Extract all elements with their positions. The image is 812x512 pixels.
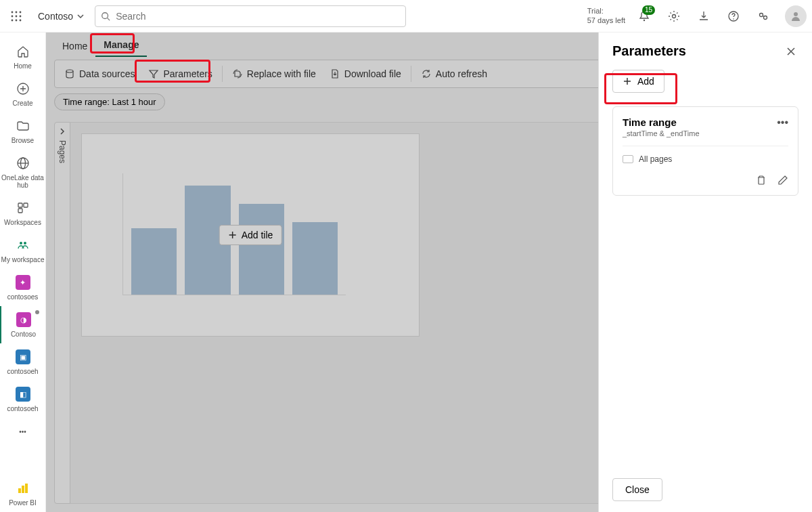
svg-point-0: [12, 11, 14, 13]
add-parameter-button[interactable]: Add: [612, 70, 664, 93]
notifications-button[interactable]: 15: [631, 3, 658, 30]
chevron-right-icon: [59, 128, 66, 135]
rail-contosoeh-2[interactable]: ◧ contosoeh: [0, 381, 46, 418]
tab-home[interactable]: Home: [54, 35, 95, 57]
svg-point-4: [16, 15, 18, 17]
svg-point-2: [20, 11, 22, 13]
add-tile-button[interactable]: Add tile: [219, 225, 282, 245]
data-sources-button[interactable]: Data sources: [58, 64, 141, 83]
folder-icon: [16, 119, 30, 133]
panel-header: Parameters: [599, 33, 812, 64]
chart-bar: [292, 222, 338, 295]
plus-icon: [228, 230, 238, 240]
panel-title: Parameters: [612, 43, 686, 59]
unsaved-dot-icon: [35, 310, 39, 314]
svg-point-1: [16, 11, 18, 13]
workspaces-icon: [16, 201, 30, 215]
chart-bar: [239, 204, 284, 295]
notification-badge: 15: [642, 5, 655, 15]
rail-more[interactable]: •••: [0, 418, 46, 445]
rail-home[interactable]: Home: [0, 38, 46, 75]
parameters-button[interactable]: Parameters: [141, 64, 219, 83]
rail-browse[interactable]: Browse: [0, 112, 46, 150]
trash-icon: [756, 175, 767, 186]
replace-file-button[interactable]: Replace with file: [225, 64, 323, 83]
close-button[interactable]: Close: [612, 478, 662, 501]
search-icon: [101, 12, 110, 21]
home-icon: [16, 45, 30, 58]
left-rail: Home Create Browse OneLake data hub Work…: [0, 33, 46, 512]
svg-line-17: [763, 16, 764, 16]
rail-powerbi[interactable]: Power BI: [0, 475, 46, 512]
close-icon: [786, 47, 796, 56]
svg-point-8: [20, 19, 22, 21]
kql-db-icon: ▣: [16, 349, 30, 364]
plus-circle-icon: [16, 82, 30, 95]
user-avatar[interactable]: [785, 5, 807, 27]
org-switcher[interactable]: Contoso: [38, 11, 84, 22]
feedback-icon: [757, 10, 769, 22]
help-icon: [727, 10, 740, 22]
svg-point-14: [733, 18, 734, 20]
svg-point-26: [24, 242, 26, 244]
org-name: Contoso: [38, 11, 73, 22]
database-icon: [64, 68, 75, 79]
help-button[interactable]: [720, 3, 747, 30]
svg-point-16: [764, 16, 767, 19]
settings-button[interactable]: [660, 3, 687, 30]
svg-point-12: [673, 14, 676, 18]
app-launcher-icon[interactable]: [5, 5, 27, 27]
gear-icon: [668, 10, 680, 22]
parameter-subtitle: _startTime & _endTime: [623, 129, 700, 137]
dashboard-icon: ◑: [16, 312, 31, 327]
top-actions: 15: [631, 3, 807, 30]
rail-contosoeh-1[interactable]: ▣ contosoeh: [0, 343, 46, 381]
refresh-icon: [421, 68, 432, 79]
rail-workspaces[interactable]: Workspaces: [0, 194, 46, 232]
pages-icon: [623, 155, 633, 163]
powerbi-icon: [16, 482, 30, 495]
search-box[interactable]: [95, 5, 406, 27]
separator: [623, 146, 788, 146]
download-button[interactable]: [690, 3, 717, 30]
replace-icon: [232, 68, 243, 79]
rail-my-workspace[interactable]: My workspace: [0, 232, 46, 269]
pencil-icon: [777, 175, 788, 186]
pages-toggle[interactable]: Pages: [54, 122, 70, 504]
svg-point-25: [20, 242, 22, 244]
rail-create[interactable]: Create: [0, 75, 46, 112]
people-icon: [16, 238, 30, 252]
feedback-button[interactable]: [750, 3, 777, 30]
svg-point-5: [20, 15, 22, 17]
auto-refresh-button[interactable]: Auto refresh: [414, 64, 494, 83]
rail-contoso-active[interactable]: ◑ Contoso: [0, 306, 46, 343]
dashboard-tile[interactable]: Add tile: [81, 133, 420, 337]
svg-point-15: [760, 13, 763, 16]
time-range-chip[interactable]: Time range: Last 1 hour: [54, 93, 165, 110]
plus-icon: [623, 77, 632, 86]
download-file-button[interactable]: Download file: [323, 64, 408, 83]
rail-contosoes[interactable]: ✦ contosoes: [0, 269, 46, 306]
panel-close-button[interactable]: [784, 44, 798, 59]
svg-rect-22: [18, 203, 22, 207]
person-icon: [790, 10, 802, 22]
download-icon: [698, 10, 710, 22]
tab-manage[interactable]: Manage: [95, 34, 147, 57]
svg-point-7: [16, 19, 18, 21]
svg-point-3: [12, 15, 14, 17]
search-input[interactable]: [116, 11, 400, 22]
svg-point-30: [66, 70, 73, 72]
delete-parameter-button[interactable]: [756, 175, 767, 186]
pages-label: Pages: [58, 140, 67, 163]
svg-point-9: [102, 12, 108, 18]
svg-rect-29: [25, 484, 28, 493]
svg-rect-23: [24, 203, 28, 207]
eventhouse-icon: ◧: [16, 387, 30, 402]
edit-parameter-button[interactable]: [777, 175, 788, 186]
parameter-menu-button[interactable]: •••: [777, 116, 788, 129]
parameters-panel: Parameters Add Time range _startTime & _…: [598, 33, 812, 512]
toolbar-separator: [411, 66, 411, 82]
top-bar: Contoso Trial: 57 days left 15: [0, 0, 812, 33]
parameter-card: Time range _startTime & _endTime ••• All…: [612, 106, 798, 196]
rail-onelake[interactable]: OneLake data hub: [0, 150, 46, 194]
